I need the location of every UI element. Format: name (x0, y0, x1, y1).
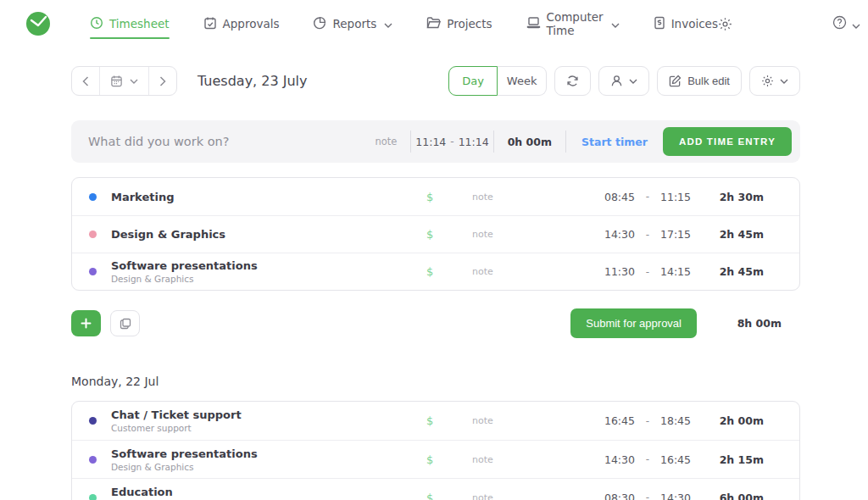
billable-rate-icon[interactable]: $ (426, 265, 448, 278)
nav-item-label: Computer Time (547, 10, 604, 37)
chevron-down-icon (629, 79, 637, 84)
entry-start-time[interactable]: 08:45 (598, 191, 635, 203)
task-color-dot (89, 268, 97, 275)
task-input[interactable]: What did you work on? (88, 135, 375, 148)
entry-duration: 2h 30m (698, 191, 764, 203)
entry-note-input[interactable]: note (472, 229, 591, 240)
time-entry-row: Design & Graphics $ note 14:30 - 17:15 2… (72, 215, 799, 253)
nav-item-timesheet[interactable]: Timesheet (90, 8, 170, 41)
entry-end-time[interactable]: 14:30 (660, 492, 698, 500)
calendar-check-icon (203, 16, 217, 32)
copy-icon (120, 318, 131, 330)
prev-day-button[interactable] (72, 67, 99, 95)
submit-for-approval-button[interactable]: Submit for approval (570, 308, 697, 338)
entry-start-time[interactable]: 08:30 (598, 492, 635, 500)
task-name[interactable]: Software presentations (111, 259, 426, 272)
time-entry-row: Education Customer success $ note 08:30 … (72, 478, 799, 500)
nav-item-computer-time[interactable]: Computer Time (526, 2, 620, 46)
invoice-icon (654, 16, 665, 32)
task-category: Design & Graphics (111, 274, 426, 284)
refresh-button[interactable] (554, 66, 591, 96)
main-nav: Timesheet Approvals Reports Projects Com… (90, 2, 718, 46)
entry-duration: 2h 45m (698, 265, 764, 278)
end-time-input[interactable]: 11:14 (454, 136, 493, 148)
task-name[interactable]: Software presentations (111, 447, 426, 460)
toolbar-actions: Day Week Bulk edit (448, 66, 800, 96)
nav-item-invoices[interactable]: Invoices (654, 8, 718, 41)
new-entry-bar: What did you work on? note 11:14 - 11:14… (71, 120, 800, 163)
view-settings-button[interactable] (749, 66, 800, 96)
task-category: Design & Graphics (111, 462, 426, 472)
task-color-dot (89, 231, 97, 238)
nav-item-projects[interactable]: Projects (426, 8, 492, 41)
billable-rate-icon[interactable]: $ (426, 453, 448, 466)
next-day-button[interactable] (148, 67, 176, 95)
start-timer-link[interactable]: Start timer (566, 136, 663, 148)
task-names: Software presentations Design & Graphics (111, 259, 426, 284)
entry-start-time[interactable]: 14:30 (598, 453, 635, 466)
task-color-dot (89, 456, 97, 464)
app-logo[interactable] (22, 8, 54, 39)
entry-start-time[interactable]: 11:30 (598, 265, 635, 278)
entry-note-input[interactable]: note (472, 454, 591, 465)
day-heading-monday: Monday, 22 Jul (71, 375, 800, 388)
timesheet-card-tuesday: Marketing $ note 08:45 - 11:15 2h 30m De… (71, 177, 800, 291)
task-name[interactable]: Chat / Ticket support (111, 408, 426, 421)
nav-item-label: Projects (447, 17, 492, 31)
billable-rate-icon[interactable]: $ (426, 191, 448, 203)
nav-item-approvals[interactable]: Approvals (203, 8, 280, 41)
entry-note-input[interactable]: note (472, 492, 591, 500)
settings-gear-icon[interactable] (718, 17, 732, 31)
user-filter-button[interactable] (598, 66, 649, 96)
copy-day-button[interactable] (110, 310, 140, 336)
calendar-icon (110, 75, 123, 87)
entry-end-time[interactable]: 11:15 (660, 191, 698, 203)
calendar-picker-button[interactable] (99, 67, 148, 95)
bulk-edit-button[interactable]: Bulk edit (657, 66, 742, 96)
entry-end-time[interactable]: 17:15 (660, 228, 698, 241)
task-name[interactable]: Education (111, 486, 426, 498)
task-name[interactable]: Marketing (111, 191, 426, 203)
task-name[interactable]: Design & Graphics (111, 228, 426, 241)
entry-note-input[interactable]: note (472, 415, 591, 426)
billable-rate-icon[interactable]: $ (426, 228, 448, 241)
entry-duration: 2h 45m (698, 228, 764, 241)
billable-rate-icon[interactable]: $ (426, 492, 448, 500)
nav-item-label: Reports (332, 17, 376, 31)
entry-note-input[interactable]: note (472, 192, 591, 203)
time-range-separator: - (635, 492, 660, 500)
entry-end-time[interactable]: 14:15 (660, 265, 698, 278)
add-row-button[interactable] (71, 310, 101, 336)
note-input[interactable]: note (375, 136, 397, 147)
day-view-button[interactable]: Day (448, 66, 498, 96)
view-toggle: Day Week (448, 66, 547, 96)
timesheet-card-monday: Chat / Ticket support Customer support $… (71, 401, 800, 500)
start-time-input[interactable]: 11:14 (411, 136, 450, 148)
time-range-separator: - (635, 266, 660, 278)
entry-end-time[interactable]: 16:45 (660, 453, 698, 466)
nav-item-label: Invoices (671, 17, 718, 31)
time-range-separator: - (635, 229, 660, 241)
time-entry-row: Chat / Ticket support Customer support $… (72, 402, 799, 440)
time-entry-row: Software presentations Design & Graphics… (72, 440, 799, 478)
entry-start-time[interactable]: 16:45 (598, 414, 635, 427)
entry-start-time[interactable]: 14:30 (598, 228, 635, 241)
entry-note-input[interactable]: note (472, 266, 591, 277)
edit-icon (669, 75, 682, 87)
task-names: Marketing (111, 191, 426, 203)
date-navigator (71, 66, 177, 96)
task-names: Education Customer success (111, 486, 426, 500)
refresh-icon (566, 75, 579, 87)
help-menu[interactable] (832, 15, 860, 33)
chevron-down-icon (130, 79, 138, 84)
week-view-button[interactable]: Week (498, 66, 547, 96)
pie-chart-icon (313, 16, 326, 32)
current-date-label: Tuesday, 23 July (198, 73, 307, 89)
add-time-entry-button[interactable]: ADD TIME ENTRY (663, 127, 792, 156)
nav-item-reports[interactable]: Reports (313, 8, 392, 41)
entry-end-time[interactable]: 18:45 (660, 414, 698, 427)
billable-rate-icon[interactable]: $ (426, 414, 448, 427)
task-color-dot (89, 193, 97, 201)
gear-icon (761, 75, 774, 87)
time-entry-row: Software presentations Design & Graphics… (72, 253, 799, 290)
